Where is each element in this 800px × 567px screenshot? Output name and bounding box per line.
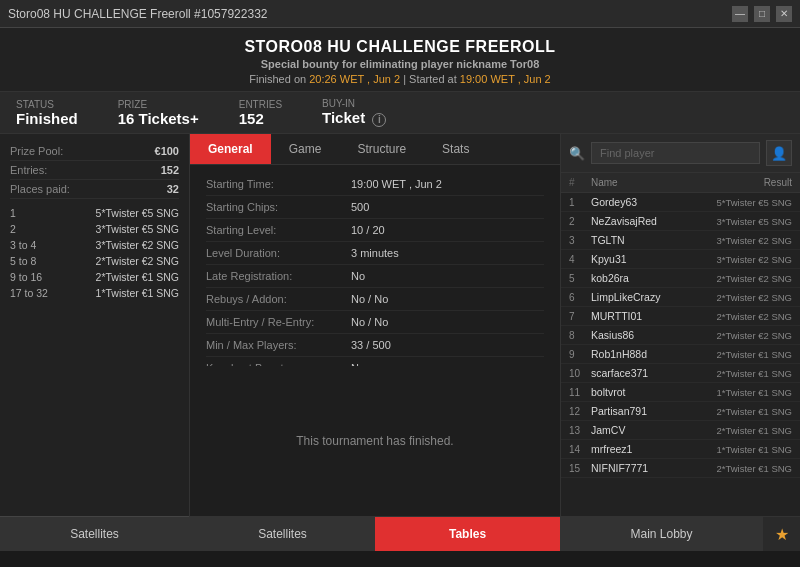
favorite-button[interactable]: ★ [762,517,800,551]
player-rank: 6 [569,292,591,303]
player-name: JamCV [591,424,702,436]
list-item[interactable]: 8Kasius862*Twister €2 SNG [561,326,800,345]
list-item[interactable]: 11boltvrot1*Twister €1 SNG [561,383,800,402]
list-item[interactable]: 14mrfreez11*Twister €1 SNG [561,440,800,459]
general-label: Starting Chips: [206,201,351,213]
player-result: 1*Twister €1 SNG [702,387,792,398]
tournament-time: Finished on 20:26 WET , Jun 2 | Started … [0,73,800,85]
col-num-header: # [569,177,591,188]
player-rank: 11 [569,387,591,398]
info-icon[interactable]: i [372,113,386,127]
entries-value: 152 [239,110,282,127]
satellites-button[interactable]: Satellites [0,516,189,551]
general-label: Starting Time: [206,178,351,190]
list-item[interactable]: 1Gordey635*Twister €5 SNG [561,193,800,212]
satellites-bottom-button[interactable]: Satellites [190,517,375,551]
list-item[interactable]: 3TGLTN3*Twister €2 SNG [561,231,800,250]
close-button[interactable]: ✕ [776,6,792,22]
list-item[interactable]: 12Partisan7912*Twister €1 SNG [561,402,800,421]
entries-label: Entries: [10,164,47,176]
prize-place-value: 5*Twister €5 SNG [96,207,179,219]
general-row: Late Registration:No [206,265,544,288]
list-item[interactable]: 7MURTTI012*Twister €2 SNG [561,307,800,326]
player-rank: 7 [569,311,591,322]
status-value: Finished [16,110,78,127]
general-content: Starting Time:19:00 WET , Jun 2Starting … [190,165,560,366]
player-name: NeZavisajRed [591,215,702,227]
general-value: 3 minutes [351,247,399,259]
tab-general[interactable]: General [190,134,271,164]
prize-place-row: 5 to 82*Twister €2 SNG [10,253,179,269]
player-result: 2*Twister €2 SNG [702,292,792,303]
general-row: Starting Level:10 / 20 [206,219,544,242]
prize-place-value: 1*Twister €1 SNG [96,287,179,299]
general-row: Level Duration:3 minutes [206,242,544,265]
entries-value: 152 [161,164,179,176]
prize-place-row: 17 to 321*Twister €1 SNG [10,285,179,301]
player-name: mrfreez1 [591,443,702,455]
search-bar: 🔍 👤 [561,134,800,173]
entries-item: Entries 152 [239,99,282,127]
prize-place: 2 [10,223,55,235]
prize-place-row: 3 to 43*Twister €2 SNG [10,237,179,253]
prize-pool-row: Prize Pool: €100 [10,142,179,161]
maximize-button[interactable]: □ [754,6,770,22]
player-rank: 5 [569,273,591,284]
player-result: 2*Twister €2 SNG [702,311,792,322]
prize-place-value: 3*Twister €2 SNG [96,239,179,251]
general-row: Starting Chips:500 [206,196,544,219]
player-rank: 4 [569,254,591,265]
prize-places-list: 15*Twister €5 SNG23*Twister €5 SNG3 to 4… [10,205,179,301]
general-row: Rebuys / Addon:No / No [206,288,544,311]
player-name: Partisan791 [591,405,702,417]
player-result: 2*Twister €1 SNG [702,349,792,360]
window-controls: — □ ✕ [732,6,792,22]
general-value: 19:00 WET , Jun 2 [351,178,442,190]
col-name-header: Name [591,177,702,188]
player-name: MURTTI01 [591,310,702,322]
main-lobby-button[interactable]: Main Lobby [561,517,762,551]
player-table-header: # Name Result [561,173,800,193]
prize-item: Prize 16 Tickets+ [118,99,199,127]
status-label: Status [16,99,78,110]
list-item[interactable]: 15NIFNIF77712*Twister €1 SNG [561,459,800,478]
prize-place-row: 23*Twister €5 SNG [10,221,179,237]
right-panel: 🔍 👤 # Name Result 1Gordey635*Twister €5 … [560,134,800,551]
tab-structure[interactable]: Structure [339,134,424,164]
player-name: scarface371 [591,367,702,379]
player-rank: 9 [569,349,591,360]
general-row: Starting Time:19:00 WET , Jun 2 [206,173,544,196]
list-item[interactable]: 10scarface3712*Twister €1 SNG [561,364,800,383]
prize-place-value: 2*Twister €2 SNG [96,255,179,267]
info-strip: Status Finished Prize 16 Tickets+ Entrie… [0,92,800,134]
general-value: No / No [351,316,388,328]
tournament-subtitle: Special bounty for eliminating player ni… [0,58,800,70]
list-item[interactable]: 9Rob1nH88d2*Twister €1 SNG [561,345,800,364]
list-item[interactable]: 4Kpyu313*Twister €2 SNG [561,250,800,269]
list-item[interactable]: 2NeZavisajRed3*Twister €5 SNG [561,212,800,231]
player-name: NIFNIF7771 [591,462,702,474]
player-rank: 1 [569,197,591,208]
tabs-bar: General Game Structure Stats [190,134,560,165]
window-title: Storo08 HU CHALLENGE Freeroll #105792233… [8,7,267,21]
list-item[interactable]: 13JamCV2*Twister €1 SNG [561,421,800,440]
add-friend-button[interactable]: 👤 [766,140,792,166]
general-value: 33 / 500 [351,339,391,351]
tab-stats[interactable]: Stats [424,134,487,164]
tables-bottom-button[interactable]: Tables [375,517,560,551]
player-name: LimpLikeCrazy [591,291,702,303]
list-item[interactable]: 6LimpLikeCrazy2*Twister €2 SNG [561,288,800,307]
player-result: 2*Twister €2 SNG [702,273,792,284]
player-result: 3*Twister €2 SNG [702,254,792,265]
player-rank: 2 [569,216,591,227]
general-value: No / No [351,293,388,305]
general-row: Min / Max Players:33 / 500 [206,334,544,357]
prize-pool-label: Prize Pool: [10,145,63,157]
search-icon: 🔍 [569,146,585,161]
minimize-button[interactable]: — [732,6,748,22]
prize-place-row: 15*Twister €5 SNG [10,205,179,221]
tab-game[interactable]: Game [271,134,340,164]
search-input[interactable] [591,142,760,164]
list-item[interactable]: 5kob26ra2*Twister €2 SNG [561,269,800,288]
started-prefix: | Started at [400,73,460,85]
